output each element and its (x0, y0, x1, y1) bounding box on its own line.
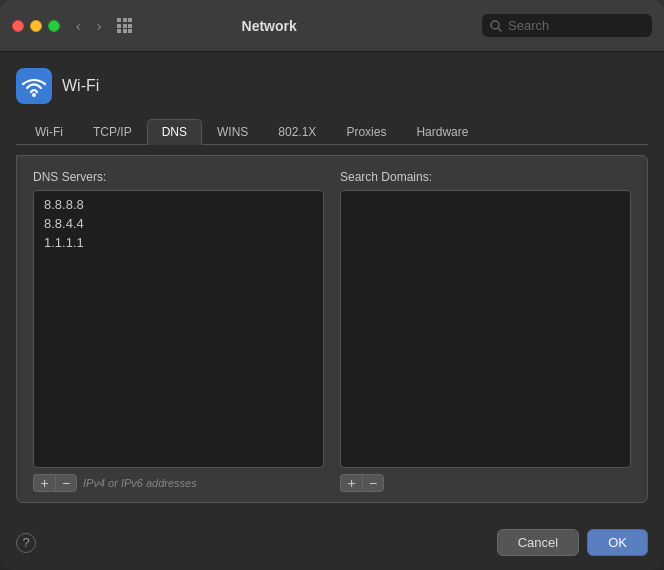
svg-point-0 (491, 21, 499, 29)
tab-proxies[interactable]: Proxies (331, 119, 401, 145)
titlebar: ‹ › Network (0, 0, 664, 52)
traffic-lights (12, 20, 60, 32)
list-item[interactable]: 1.1.1.1 (38, 233, 319, 252)
tab-dns[interactable]: DNS (147, 119, 202, 145)
dns-servers-column: DNS Servers: 8.8.8.8 8.8.4.4 1.1.1.1 + −… (33, 170, 324, 492)
search-box[interactable] (482, 14, 652, 37)
dns-servers-label: DNS Servers: (33, 170, 324, 184)
search-icon (490, 20, 502, 32)
zoom-button[interactable] (48, 20, 60, 32)
search-domains-column: Search Domains: + − (340, 170, 631, 492)
tab-wifi[interactable]: Wi-Fi (20, 119, 78, 145)
dns-panel: DNS Servers: 8.8.8.8 8.8.4.4 1.1.1.1 + −… (16, 155, 648, 503)
dns-add-remove-buttons: + − (33, 474, 77, 492)
list-item[interactable]: 8.8.4.4 (38, 214, 319, 233)
help-button[interactable]: ? (16, 533, 36, 553)
cancel-button[interactable]: Cancel (497, 529, 579, 556)
wifi-label: Wi-Fi (62, 77, 99, 95)
list-item[interactable]: 8.8.8.8 (38, 195, 319, 214)
svg-point-3 (32, 93, 36, 97)
tab-8021x[interactable]: 802.1X (263, 119, 331, 145)
tab-tcpip[interactable]: TCP/IP (78, 119, 147, 145)
close-button[interactable] (12, 20, 24, 32)
wifi-icon (16, 68, 52, 104)
network-window: ‹ › Network (0, 0, 664, 570)
search-domains-add-button[interactable]: + (340, 474, 362, 492)
ok-button[interactable]: OK (587, 529, 648, 556)
search-domains-footer: + − (340, 474, 631, 492)
dns-hint: IPv4 or IPv6 addresses (83, 477, 197, 489)
svg-line-1 (499, 28, 502, 31)
search-domains-label: Search Domains: (340, 170, 631, 184)
window-title: Network (64, 18, 474, 34)
tab-wins[interactable]: WINS (202, 119, 263, 145)
search-domains-remove-button[interactable]: − (362, 474, 384, 492)
dns-servers-list[interactable]: 8.8.8.8 8.8.4.4 1.1.1.1 (33, 190, 324, 468)
dns-add-button[interactable]: + (33, 474, 55, 492)
action-buttons: Cancel OK (497, 529, 648, 556)
tab-hardware[interactable]: Hardware (401, 119, 483, 145)
svg-rect-2 (16, 68, 52, 104)
search-domains-list[interactable] (340, 190, 631, 468)
content-area: Wi-Fi Wi-Fi TCP/IP DNS WINS 802.1X Proxi… (0, 52, 664, 519)
search-add-remove-buttons: + − (340, 474, 384, 492)
wifi-header: Wi-Fi (16, 64, 648, 108)
minimize-button[interactable] (30, 20, 42, 32)
bottom-bar: ? Cancel OK (0, 519, 664, 570)
dns-remove-button[interactable]: − (55, 474, 77, 492)
dns-servers-footer: + − IPv4 or IPv6 addresses (33, 474, 324, 492)
dns-columns: DNS Servers: 8.8.8.8 8.8.4.4 1.1.1.1 + −… (33, 170, 631, 492)
search-input[interactable] (508, 18, 644, 33)
tab-bar: Wi-Fi TCP/IP DNS WINS 802.1X Proxies Har… (16, 118, 648, 145)
